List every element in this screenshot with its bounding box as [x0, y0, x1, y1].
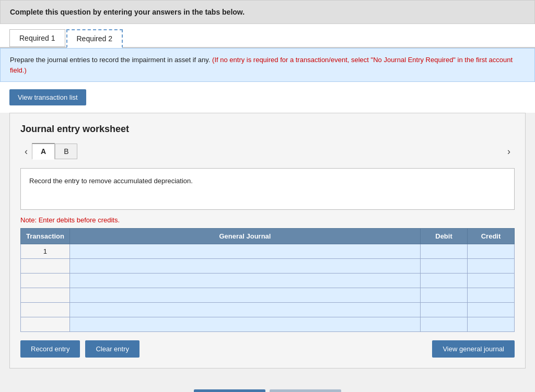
journal-table: Transaction General Journal Debit Credit… [20, 228, 515, 332]
credit-input-3[interactable] [468, 288, 514, 302]
btn-section: View transaction list [0, 82, 535, 113]
credit-input-5[interactable] [468, 317, 514, 331]
table-row-transaction-5 [21, 317, 70, 332]
tab-required-2[interactable]: Required 2 [66, 29, 123, 48]
instruction-text: Complete this question by entering your … [10, 8, 245, 16]
view-general-journal-button[interactable]: View general journal [432, 340, 515, 358]
table-row-credit-4[interactable] [468, 303, 515, 317]
btn-left-group: Record entry Clear entry [20, 340, 139, 358]
table-row-gj-4[interactable] [69, 303, 420, 317]
worksheet-container: Journal entry worksheet ‹ A B › Record t… [9, 113, 526, 369]
table-row-transaction-2 [21, 274, 70, 288]
table-row-credit-5[interactable] [468, 317, 515, 332]
table-row-transaction-3 [21, 288, 70, 303]
gj-input-4[interactable] [70, 303, 420, 317]
table-row-debit-0[interactable] [421, 244, 468, 259]
description-box: Record the entry to remove accumulated d… [20, 168, 515, 210]
table-row-debit-2[interactable] [421, 274, 468, 288]
blue-instruction-text: Prepare the journal entries to record th… [10, 56, 210, 64]
debit-input-5[interactable] [421, 317, 467, 331]
debit-input-1[interactable] [421, 259, 467, 273]
credit-input-2[interactable] [468, 274, 514, 288]
table-row-gj-0[interactable] [69, 244, 420, 259]
sub-tab-a[interactable]: A [32, 143, 55, 160]
table-row-credit-0[interactable] [468, 244, 515, 259]
prev-tab-arrow[interactable]: ‹ [20, 144, 32, 159]
gj-input-3[interactable] [70, 288, 420, 302]
col-header-credit: Credit [468, 229, 515, 244]
description-text: Record the entry to remove accumulated d… [29, 177, 193, 185]
credit-input-0[interactable] [468, 244, 514, 258]
instruction-bar: Complete this question by entering your … [0, 0, 535, 24]
table-row-debit-4[interactable] [421, 303, 468, 317]
page-wrapper: Complete this question by entering your … [0, 0, 535, 392]
table-row-transaction-4 [21, 303, 70, 317]
table-row-gj-1[interactable] [69, 259, 420, 274]
gj-input-0[interactable] [70, 244, 420, 258]
blue-instruction: Prepare the journal entries to record th… [0, 48, 535, 82]
gj-input-2[interactable] [70, 274, 420, 288]
gj-input-1[interactable] [70, 259, 420, 273]
col-header-debit: Debit [421, 229, 468, 244]
view-transaction-button[interactable]: View transaction list [9, 89, 86, 105]
sub-tabs-row: ‹ A B › [20, 143, 515, 160]
credit-input-1[interactable] [468, 259, 514, 273]
debit-input-3[interactable] [421, 288, 467, 302]
record-entry-button[interactable]: Record entry [20, 340, 80, 358]
table-row-gj-2[interactable] [69, 274, 420, 288]
tab-required-1[interactable]: Required 1 [9, 29, 65, 47]
bottom-nav: < Required 1 Required 2 > [0, 379, 535, 392]
table-row-debit-5[interactable] [421, 317, 468, 332]
note-text: Note: Enter debits before credits. [20, 216, 515, 224]
worksheet-title: Journal entry worksheet [20, 124, 515, 135]
col-header-general-journal: General Journal [69, 229, 420, 244]
next-tab-arrow[interactable]: › [503, 144, 515, 159]
debit-input-2[interactable] [421, 274, 467, 288]
table-row-gj-3[interactable] [69, 288, 420, 303]
table-row-credit-1[interactable] [468, 259, 515, 274]
table-row-credit-2[interactable] [468, 274, 515, 288]
table-row-transaction-1 [21, 259, 70, 274]
next-nav-button[interactable]: Required 2 > [270, 389, 341, 392]
table-row-transaction-0: 1 [21, 244, 70, 259]
table-row-credit-3[interactable] [468, 288, 515, 303]
table-row-debit-1[interactable] [421, 259, 468, 274]
debit-input-0[interactable] [421, 244, 467, 258]
clear-entry-button[interactable]: Clear entry [85, 340, 139, 358]
action-buttons: Record entry Clear entry View general jo… [20, 340, 515, 358]
table-row-debit-3[interactable] [421, 288, 468, 303]
gj-input-5[interactable] [70, 317, 420, 331]
table-row-gj-5[interactable] [69, 317, 420, 332]
prev-nav-button[interactable]: < Required 1 [194, 389, 265, 392]
credit-input-4[interactable] [468, 303, 514, 317]
col-header-transaction: Transaction [21, 229, 70, 244]
tabs-section: Required 1 Required 2 [0, 24, 535, 48]
debit-input-4[interactable] [421, 303, 467, 317]
sub-tab-b[interactable]: B [55, 144, 77, 159]
